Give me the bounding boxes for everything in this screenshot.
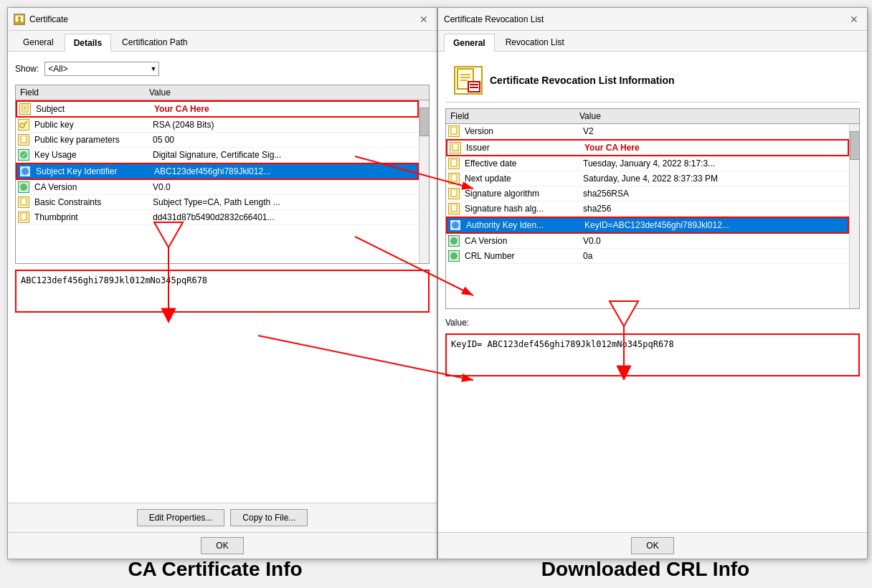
show-row: Show: <All> bbox=[15, 59, 430, 79]
crl-info-title: Certificate Revocation List Information bbox=[490, 75, 674, 86]
field-name: CA Version bbox=[462, 236, 580, 246]
field-name: Thumbprint bbox=[32, 212, 150, 222]
cert-title: Certificate bbox=[14, 14, 68, 25]
crl-value-label: Value: bbox=[445, 318, 860, 328]
field-value: Tuesday, January 4, 2022 8:17:3... bbox=[580, 158, 849, 169]
table-row[interactable]: Issuer Your CA Here bbox=[446, 139, 849, 156]
svg-rect-10 bbox=[21, 136, 27, 143]
crl-scrollbar[interactable] bbox=[849, 124, 859, 308]
cert-content: Show: <All> Field Value bbox=[8, 52, 437, 503]
show-label: Show: bbox=[15, 64, 39, 74]
field-value: Digital Signature, Certificate Sig... bbox=[150, 150, 419, 160]
doc-icon bbox=[450, 142, 461, 153]
svg-point-14 bbox=[20, 184, 27, 191]
cert-table-header: Field Value bbox=[16, 85, 429, 100]
field-value: ABC123def456ghi789Jkl012... bbox=[151, 166, 417, 176]
cert-ok-button[interactable]: OK bbox=[201, 537, 244, 554]
field-value: RSA (2048 Bits) bbox=[150, 120, 419, 130]
tab-certification-path[interactable]: Certification Path bbox=[113, 34, 196, 51]
copy-to-file-button[interactable]: Copy to File... bbox=[230, 509, 308, 526]
svg-line-9 bbox=[26, 123, 27, 123]
table-row[interactable]: Effective date Tuesday, January 4, 2022 … bbox=[446, 156, 849, 171]
cert-scrollbar-thumb[interactable] bbox=[420, 108, 429, 136]
row-icon bbox=[17, 166, 33, 177]
tab-revocation-list[interactable]: Revocation List bbox=[496, 34, 574, 51]
row-icon bbox=[446, 173, 462, 184]
field-name: CA Version bbox=[32, 182, 150, 192]
field-name: Next update bbox=[462, 174, 580, 184]
table-row[interactable]: Next update Saturday, June 4, 2022 8:37:… bbox=[446, 171, 849, 186]
cert-scrollbar[interactable] bbox=[419, 100, 429, 263]
tab-general[interactable]: General bbox=[14, 34, 63, 51]
edit-properties-button[interactable]: Edit Properties... bbox=[137, 509, 225, 526]
green-icon bbox=[448, 235, 460, 247]
crl-info-header: Certificate Revocation List Information bbox=[445, 59, 860, 103]
field-name: Subject Key Identifier bbox=[33, 166, 151, 176]
crl-cert-icon bbox=[454, 66, 483, 95]
table-row[interactable]: CRL Number 0a bbox=[446, 249, 849, 264]
row-icon: ✓ bbox=[16, 149, 32, 161]
svg-rect-24 bbox=[451, 127, 457, 134]
crl-window: Certificate Revocation List ✕ General Re… bbox=[437, 7, 868, 559]
field-value: Subject Type=CA, Path Length ... bbox=[150, 197, 419, 207]
field-name: Subject bbox=[33, 104, 151, 114]
field-value: 05 00 bbox=[150, 135, 419, 145]
table-row[interactable]: Subject Your CA Here bbox=[16, 100, 419, 118]
field-value: Saturday, June 4, 2022 8:37:33 PM bbox=[580, 174, 849, 184]
doc-icon bbox=[18, 134, 29, 146]
field-value: Your CA Here bbox=[582, 143, 848, 153]
row-icon bbox=[16, 119, 32, 131]
crl-tabs: General Revocation List bbox=[438, 31, 867, 52]
tab-crl-general[interactable]: General bbox=[444, 34, 495, 52]
table-row[interactable]: Public key parameters 05 00 bbox=[16, 133, 419, 148]
field-name: Signature hash alg... bbox=[462, 204, 580, 214]
field-value: V2 bbox=[580, 126, 849, 136]
crl-close-button[interactable]: ✕ bbox=[847, 12, 861, 27]
row-icon bbox=[446, 125, 462, 137]
cert-title-text: Certificate bbox=[29, 14, 68, 24]
svg-text:✓: ✓ bbox=[22, 152, 27, 158]
table-row[interactable]: CA Version V0.0 bbox=[16, 180, 419, 195]
row-icon bbox=[446, 235, 462, 247]
table-row[interactable]: ✓ Key Usage Digital Signature, Certifica… bbox=[16, 148, 419, 163]
field-name: Basic Constraints bbox=[32, 197, 150, 207]
table-row[interactable]: Signature algorithm sha256RSA bbox=[446, 186, 849, 201]
svg-rect-15 bbox=[21, 198, 27, 205]
table-row[interactable]: Version V2 bbox=[446, 124, 849, 139]
green-icon bbox=[448, 250, 460, 262]
cert-tabs: General Details Certification Path bbox=[8, 31, 437, 52]
table-row[interactable]: CA Version V0.0 bbox=[446, 234, 849, 249]
doc-icon bbox=[448, 125, 460, 137]
cert-close-button[interactable]: ✕ bbox=[417, 12, 431, 27]
table-row[interactable]: Thumbprint dd431d87b5490d2832c66401... bbox=[16, 210, 419, 225]
crl-ok-row: OK bbox=[438, 532, 867, 559]
svg-point-32 bbox=[450, 252, 458, 260]
field-name: Signature algorithm bbox=[462, 189, 580, 199]
show-select[interactable]: <All> bbox=[44, 62, 159, 76]
doc-icon bbox=[18, 196, 29, 208]
green-icon bbox=[18, 181, 29, 193]
svg-rect-28 bbox=[451, 189, 457, 196]
table-row[interactable]: Public key RSA (2048 Bits) bbox=[16, 118, 419, 133]
green-icon: ✓ bbox=[18, 149, 29, 161]
crl-ok-button[interactable]: OK bbox=[631, 537, 674, 554]
doc-icon bbox=[448, 158, 460, 169]
field-name: Issuer bbox=[463, 143, 582, 153]
svg-rect-16 bbox=[21, 213, 27, 220]
row-icon bbox=[17, 103, 33, 115]
row-icon bbox=[446, 158, 462, 169]
svg-point-30 bbox=[452, 222, 459, 229]
table-row[interactable]: Authority Key Iden... KeyID=ABC123def456… bbox=[446, 217, 849, 234]
row-icon bbox=[16, 134, 32, 146]
table-row[interactable]: Basic Constraints Subject Type=CA, Path … bbox=[16, 195, 419, 210]
table-row[interactable]: Signature hash alg... sha256 bbox=[446, 201, 849, 217]
cert-field-col-header: Field bbox=[20, 87, 149, 98]
svg-point-1 bbox=[18, 19, 21, 22]
cert-table-row-area: Subject Your CA Here Public key RSA (204… bbox=[16, 100, 429, 263]
cert-ok-row: OK bbox=[8, 532, 437, 559]
tab-details[interactable]: Details bbox=[65, 34, 111, 52]
svg-point-31 bbox=[450, 237, 458, 245]
table-row[interactable]: Subject Key Identifier ABC123def456ghi78… bbox=[16, 163, 419, 180]
row-icon bbox=[447, 219, 463, 231]
crl-scrollbar-thumb[interactable] bbox=[850, 131, 859, 160]
